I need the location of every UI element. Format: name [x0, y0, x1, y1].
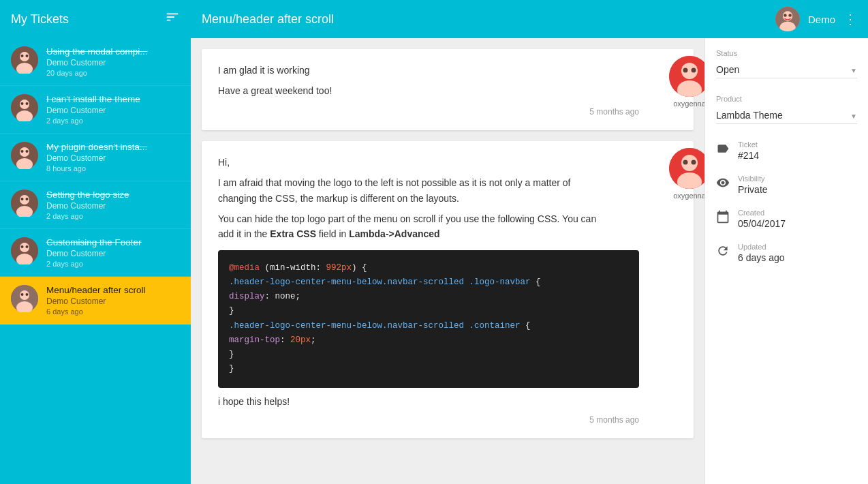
- ticket-info-2: I can't install the theme Demo Customer …: [46, 94, 180, 125]
- svg-point-3: [784, 14, 787, 17]
- svg-point-44: [692, 160, 696, 164]
- ticket-customer-3: Demo Customer: [46, 153, 180, 163]
- ticket-time-6: 6 days ago: [46, 307, 180, 316]
- ticket-customer-4: Demo Customer: [46, 201, 180, 211]
- ticket-avatar-3: [11, 142, 38, 169]
- sidebar-header: My Tickets: [0, 10, 191, 29]
- visibility-info-content: Visibility Private: [738, 175, 768, 195]
- updated-refresh-icon: [716, 244, 730, 261]
- ticket-title-4: Setting the logo size: [46, 190, 180, 200]
- lambda-advanced-bold: Lambda->Advanced: [349, 228, 439, 239]
- user-avatar-header: [775, 7, 800, 31]
- ticket-avatar-2: [11, 94, 38, 121]
- svg-point-38: [683, 68, 688, 73]
- updated-info-label: Updated: [738, 243, 785, 251]
- ticket-item-4[interactable]: Setting the logo size Demo Customer 2 da…: [0, 181, 191, 229]
- created-info-content: Created 05/04/2017: [738, 209, 786, 229]
- ticket-info-3: My plugin doesn't insta... Demo Customer…: [46, 142, 180, 172]
- ticket-avatar-6: [11, 285, 38, 312]
- message-body-1: I am afraid that moving the logo to the …: [218, 175, 598, 206]
- ticket-item-5[interactable]: Customising the Footer Demo Customer 2 d…: [0, 229, 191, 277]
- product-select[interactable]: Lambda Theme Other: [716, 107, 857, 124]
- ticket-info-content: Ticket #214: [738, 140, 759, 161]
- svg-point-29: [26, 245, 29, 248]
- ticket-customer-5: Demo Customer: [46, 249, 180, 258]
- svg-point-18: [21, 150, 24, 153]
- ticket-title-1: Using the modal compi...: [46, 46, 180, 57]
- svg-point-4: [788, 14, 792, 17]
- visibility-info-label: Visibility: [738, 175, 768, 183]
- message-line-2: Have a great weekend too!: [218, 83, 598, 98]
- svg-point-24: [26, 198, 29, 200]
- message-avatar-name-1: oxygenna: [669, 100, 704, 108]
- ticket-avatar-4: [11, 190, 38, 217]
- svg-point-43: [683, 160, 688, 164]
- svg-point-34: [26, 293, 29, 296]
- updated-info-value: 6 days ago: [738, 252, 785, 263]
- ticket-info-label: Ticket: [738, 140, 759, 149]
- ticket-title-2: I can't install the theme: [46, 94, 180, 104]
- message-body-2: You can hide the top logo part of the me…: [218, 211, 598, 242]
- product-section: Product Lambda Theme Other: [716, 95, 857, 124]
- ticket-time-1: 20 days ago: [46, 69, 180, 77]
- message-avatar-2: oxygenna: [669, 148, 704, 200]
- message-text-2: Hi, I am afraid that moving the logo to …: [218, 155, 598, 242]
- updated-info-row: Updated 6 days ago: [716, 243, 857, 263]
- ticket-info-5: Customising the Footer Demo Customer 2 d…: [46, 237, 180, 268]
- ticket-info-1: Using the modal compi... Demo Customer 2…: [46, 46, 180, 77]
- status-label: Status: [716, 49, 857, 57]
- message-footer: i hope this helps!: [218, 396, 639, 407]
- product-select-wrapper: Lambda Theme Other: [716, 107, 857, 124]
- top-header: My Tickets Menu/header after scroll Demo…: [0, 0, 868, 38]
- message-avatar-1: oxygenna: [669, 56, 704, 108]
- message-timestamp-2: 5 months ago: [218, 415, 639, 425]
- ticket-info-row: Ticket #214: [716, 140, 857, 161]
- visibility-eye-icon: [716, 176, 730, 193]
- main-layout: Using the modal compi... Demo Customer 2…: [0, 38, 868, 484]
- ticket-customer-1: Demo Customer: [46, 58, 180, 67]
- svg-point-19: [26, 150, 29, 153]
- svg-point-39: [692, 68, 696, 73]
- ticket-customer-6: Demo Customer: [46, 297, 180, 306]
- ticket-avatar-5: [11, 237, 38, 264]
- svg-point-33: [21, 293, 24, 296]
- created-info-label: Created: [738, 209, 786, 217]
- user-name: Demo: [808, 14, 835, 25]
- created-info-value: 05/04/2017: [738, 218, 786, 229]
- sidebar-title: My Tickets: [11, 12, 69, 27]
- ticket-item-1[interactable]: Using the modal compi... Demo Customer 2…: [0, 38, 191, 86]
- ticket-info-6: Menu/header after scroll Demo Customer 6…: [46, 285, 180, 316]
- visibility-info-row: Visibility Private: [716, 175, 857, 195]
- message-greeting: Hi,: [218, 155, 598, 170]
- ticket-title-3: My plugin doesn't insta...: [46, 142, 180, 152]
- ticket-time-4: 2 days ago: [46, 212, 180, 220]
- ticket-item-3[interactable]: My plugin doesn't insta... Demo Customer…: [0, 134, 191, 181]
- ticket-label-icon: [716, 142, 730, 159]
- svg-point-23: [21, 198, 24, 200]
- message-timestamp-1: 5 months ago: [218, 107, 639, 117]
- ticket-title-6: Menu/header after scroll: [46, 285, 180, 295]
- svg-point-8: [21, 55, 24, 57]
- updated-info-content: Updated 6 days ago: [738, 243, 785, 263]
- product-label: Product: [716, 95, 857, 103]
- created-calendar-icon: [716, 210, 730, 227]
- status-section: Status Open Closed Pending: [716, 49, 857, 78]
- message-avatar-name-2: oxygenna: [669, 192, 704, 200]
- filter-icon[interactable]: [165, 10, 180, 29]
- message-card-2: Hi, I am afraid that moving the logo to …: [202, 141, 694, 438]
- extra-css-bold: Extra CSS: [270, 228, 316, 239]
- more-options-icon[interactable]: ⋮: [843, 11, 857, 27]
- ticket-info-4: Setting the logo size Demo Customer 2 da…: [46, 190, 180, 220]
- ticket-title-header: Menu/header after scroll: [202, 12, 334, 27]
- code-block: @media (min-width: 992px) { .header-logo…: [218, 250, 639, 388]
- status-select[interactable]: Open Closed Pending: [716, 61, 857, 78]
- ticket-item-6[interactable]: Menu/header after scroll Demo Customer 6…: [0, 277, 191, 324]
- ticket-customer-2: Demo Customer: [46, 106, 180, 115]
- ticket-title-5: Customising the Footer: [46, 237, 180, 247]
- created-info-row: Created 05/04/2017: [716, 209, 857, 229]
- sidebar: Using the modal compi... Demo Customer 2…: [0, 38, 191, 484]
- svg-point-9: [26, 55, 29, 57]
- ticket-item-2[interactable]: I can't install the theme Demo Customer …: [0, 86, 191, 134]
- svg-point-14: [26, 102, 29, 105]
- message-card-1: I am glad it is working Have a great wee…: [202, 49, 694, 130]
